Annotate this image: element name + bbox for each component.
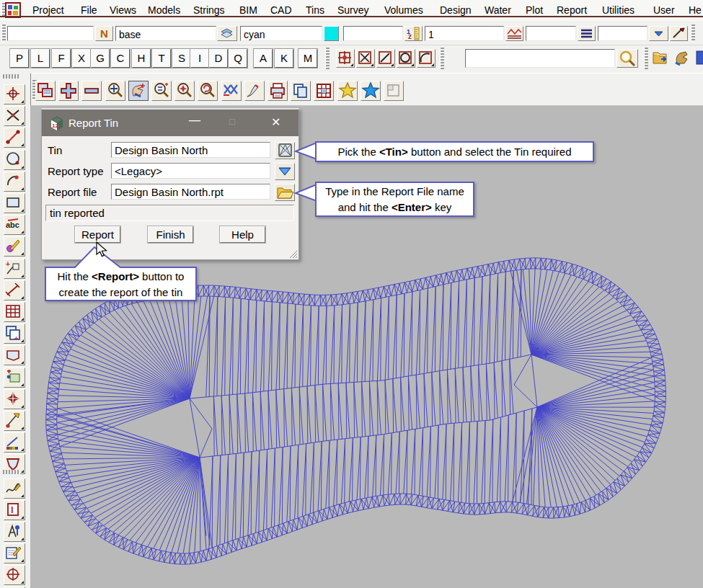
svg-text:+: + [6,260,10,268]
svg-text:+: + [14,335,18,342]
svg-text:z: z [408,32,412,40]
svg-text:I: I [11,504,14,515]
svg-text:abc: abc [6,220,19,229]
svg-text:12: 12 [52,122,58,129]
